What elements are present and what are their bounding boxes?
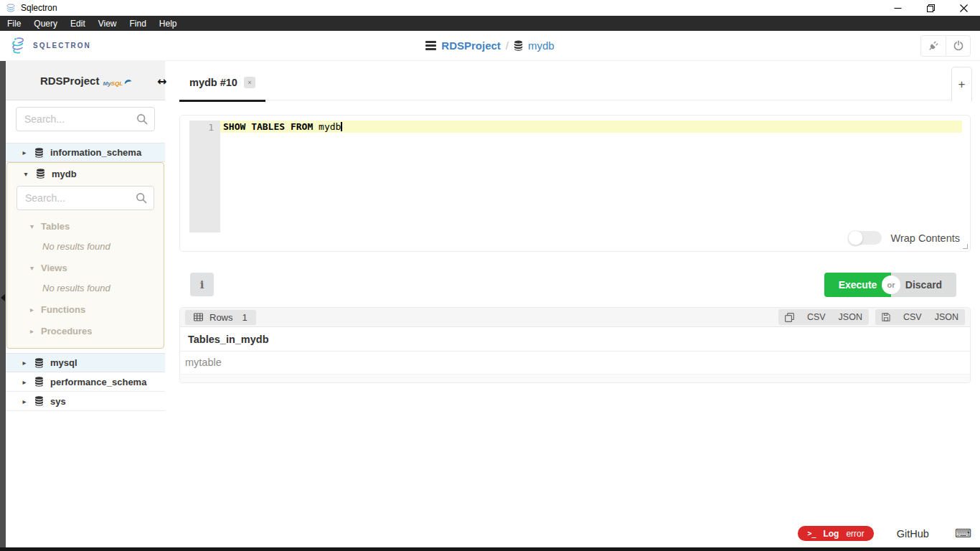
close-icon <box>960 4 968 12</box>
save-icon-button[interactable] <box>875 309 897 325</box>
rows-label: Rows <box>209 312 233 323</box>
github-link[interactable]: GitHub <box>897 528 929 540</box>
database-name: mysql <box>50 357 77 368</box>
sidebar-item-mydb[interactable]: ▾ mydb <box>7 163 164 184</box>
expanded-database-panel: ▾ mydb ▾ Tables No results found ▾ Views… <box>6 162 164 349</box>
copy-csv-button[interactable]: CSV <box>801 309 832 325</box>
sqlectron-logo-text: SQLECTRON <box>33 42 91 50</box>
menu-query[interactable]: Query <box>27 19 64 29</box>
sql-identifier: mydb <box>319 121 341 132</box>
menu-view[interactable]: View <box>92 19 123 29</box>
sql-keyword: FROM <box>291 121 319 132</box>
save-csv-button[interactable]: CSV <box>897 309 928 325</box>
sidebar-item-information-schema[interactable]: ▸ information_schema <box>6 143 165 162</box>
database-name: mydb <box>52 169 77 179</box>
query-info-button[interactable]: i <box>190 273 214 296</box>
caret-right-icon: ▸ <box>21 378 28 386</box>
restore-button[interactable] <box>914 0 947 16</box>
database-icon <box>34 377 44 387</box>
mysql-logo: MySQL <box>103 80 131 87</box>
copy-icon-button[interactable] <box>778 309 801 325</box>
menu-file[interactable]: File <box>1 19 27 29</box>
close-button[interactable] <box>947 0 980 16</box>
sidebar-item-sys[interactable]: ▸ sys <box>6 392 165 411</box>
breadcrumb-database-link[interactable]: mydb <box>528 39 555 52</box>
database-search-input[interactable] <box>16 107 155 131</box>
save-json-button[interactable]: JSON <box>928 309 965 325</box>
editor-resize-corner[interactable] <box>963 244 968 249</box>
database-list: ▸ information_schema ▾ mydb ▾ Tables No … <box>6 143 165 411</box>
save-icon <box>882 313 890 321</box>
wrap-contents-toggle[interactable] <box>848 231 882 245</box>
keyboard-shortcuts-icon[interactable]: ⌨ <box>955 527 971 540</box>
caret-down-icon: ▾ <box>29 264 35 272</box>
sidebar-resize-icon[interactable]: ↔ <box>157 75 166 88</box>
close-connection-button[interactable] <box>946 35 971 57</box>
section-procedures[interactable]: ▸ Procedures <box>29 326 164 336</box>
minimize-button[interactable] <box>881 0 914 16</box>
search-icon <box>136 113 148 128</box>
results-header: Rows 1 CSV JSON CSV JSON <box>180 308 970 327</box>
database-name: information_schema <box>50 147 141 158</box>
query-editor-input[interactable]: SHOW TABLES FROM mydb <box>223 121 342 132</box>
log-error-button[interactable]: >_ Log error <box>798 526 873 541</box>
breadcrumb: RDSProject / mydb <box>0 39 980 52</box>
copy-export-group: CSV JSON <box>778 309 869 325</box>
export-controls: CSV JSON CSV JSON <box>778 309 965 325</box>
log-label: Log <box>823 529 839 539</box>
rows-count-button[interactable]: Rows 1 <box>185 310 256 325</box>
caret-right-icon: ▸ <box>29 327 35 335</box>
section-views[interactable]: ▾ Views <box>29 263 164 273</box>
database-icon <box>34 358 44 368</box>
copy-json-button[interactable]: JSON <box>832 309 869 325</box>
caret-right-icon: ▸ <box>21 359 28 367</box>
status-footer: >_ Log error GitHub ⌨ <box>798 526 971 541</box>
section-label-text: Views <box>41 263 67 273</box>
mysql-logo-text-sql: SQL <box>111 80 123 87</box>
result-column-header: Tables_in_mydb <box>180 327 970 352</box>
save-export-group: CSV JSON <box>875 309 965 325</box>
sidebar-item-performance-schema[interactable]: ▸ performance_schema <box>6 372 165 392</box>
breadcrumb-server-link[interactable]: RDSProject <box>441 39 501 52</box>
or-badge: or <box>882 276 900 294</box>
menu-edit[interactable]: Edit <box>64 19 92 29</box>
section-functions[interactable]: ▸ Functions <box>29 304 164 315</box>
sidebar-search <box>6 100 165 131</box>
app-header: SQLECTRON RDSProject / mydb <box>0 31 980 61</box>
window-title: Sqlectron <box>21 3 57 13</box>
tab-mydb-10[interactable]: mydb #10 × <box>179 65 265 100</box>
sidebar-collapse-strip[interactable] <box>0 61 6 548</box>
section-label-text: Tables <box>41 221 70 232</box>
reconnect-button[interactable] <box>920 35 946 57</box>
section-tables[interactable]: ▾ Tables <box>29 221 164 232</box>
power-icon <box>953 40 963 51</box>
tables-empty-message: No results found <box>42 241 164 252</box>
discard-button[interactable]: Discard <box>891 273 956 297</box>
window-titlebar: Sqlectron <box>0 0 980 16</box>
menu-find[interactable]: Find <box>123 19 153 29</box>
line-number: 1 <box>189 121 220 133</box>
copy-icon <box>785 313 794 322</box>
database-icon <box>36 169 45 179</box>
sidebar: RDSProject MySQL ↔ ▸ information_schema … <box>6 61 165 411</box>
sql-keyword: SHOW <box>223 121 251 132</box>
tab-title: mydb #10 <box>189 77 237 88</box>
table-search <box>17 186 154 210</box>
menu-help[interactable]: Help <box>153 19 184 29</box>
sidebar-item-mysql[interactable]: ▸ mysql <box>6 353 165 372</box>
sqlectron-logo: SQLECTRON <box>10 36 91 56</box>
caret-right-icon: ▸ <box>21 397 28 405</box>
restore-icon <box>927 4 935 12</box>
sqlectron-app-icon <box>6 3 16 13</box>
section-label-text: Functions <box>41 304 85 315</box>
table-search-input[interactable] <box>17 186 154 210</box>
table-grid-icon <box>194 313 203 321</box>
minimize-icon <box>894 4 902 12</box>
new-tab-button[interactable]: + <box>951 67 972 101</box>
query-actions: i Execute Discard or <box>179 273 971 297</box>
query-results-panel: Rows 1 CSV JSON CSV JSON Tables_in_mydb … <box>179 307 971 383</box>
collapse-left-icon[interactable] <box>1 294 5 301</box>
results-footer-strip <box>180 375 970 382</box>
tab-close-button[interactable]: × <box>244 77 255 88</box>
database-name: performance_schema <box>50 377 146 387</box>
